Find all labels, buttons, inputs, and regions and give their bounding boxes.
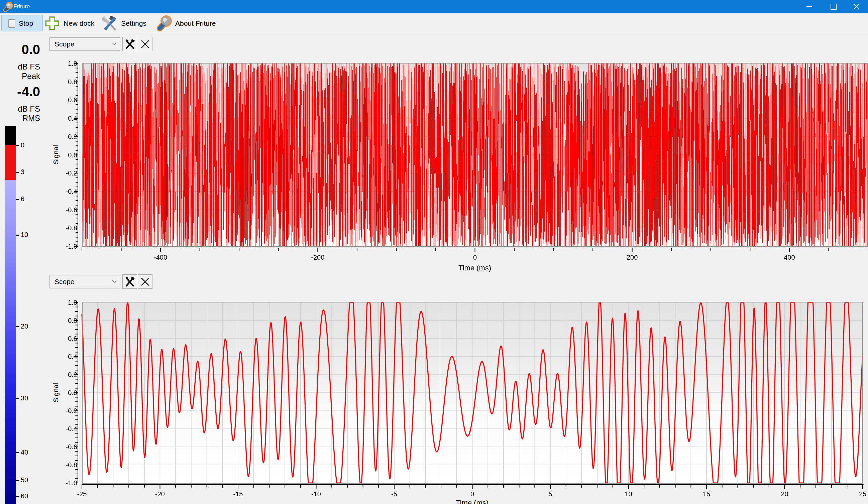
minimize-button[interactable]	[797, 0, 821, 13]
settings-button-label: Settings	[121, 19, 146, 28]
y-tick-label: 1.0	[43, 298, 77, 307]
x-tick-label: -20	[147, 489, 174, 498]
x-tick-label: 10	[615, 489, 642, 498]
x-tick-label: -5	[381, 489, 407, 498]
new-dock-button[interactable]: New dock	[44, 15, 97, 32]
y-tick-label: 0.2	[43, 370, 77, 379]
level-meter-bar	[5, 126, 16, 504]
about-button-label: About Friture	[175, 19, 216, 28]
stop-button-label: Stop	[19, 19, 33, 28]
stop-button[interactable]: Stop	[1, 15, 43, 31]
y-tick-label: -0.4	[43, 187, 77, 196]
scope-plot-2-canvas[interactable]	[67, 299, 868, 493]
y-tick-label: -0.8	[43, 223, 77, 233]
x-tick-label: 0	[459, 489, 486, 498]
peak-level-unit: dB FS	[0, 62, 40, 71]
meter-scale-tick	[16, 326, 19, 327]
meter-scale-tick	[16, 452, 19, 453]
x-tick-label: 0	[462, 253, 488, 262]
minimize-icon	[806, 6, 812, 7]
x-tick-label: 20	[771, 489, 798, 498]
x-tick-label: 200	[619, 253, 645, 262]
friture-window: Friture Stop New d	[0, 0, 868, 504]
peak-level-kind: Peak	[0, 72, 40, 81]
meter-scale-tick	[16, 496, 19, 497]
plus-icon	[44, 15, 60, 31]
x-tick-label: 15	[693, 489, 720, 498]
x-tick-label: -25	[69, 489, 95, 498]
level-meter-scale: 036102030405060	[16, 126, 43, 504]
y-tick-label: 1.0	[43, 59, 77, 68]
toolbar-separator	[0, 33, 868, 34]
meter-scale-label: 0	[21, 142, 24, 148]
meter-scale-tick	[16, 199, 19, 200]
meter-scale-label: 30	[21, 395, 28, 401]
dock2-widget-selector[interactable]: Scope	[50, 275, 120, 288]
plot2-x-axis-title: Time (ms)	[445, 498, 499, 504]
y-tick-label: 0.2	[43, 132, 77, 141]
meter-scale-tick	[16, 398, 19, 399]
microphone-icon	[156, 15, 172, 31]
x-tick-label: -400	[147, 253, 174, 262]
level-meter-hot-segment	[5, 145, 16, 180]
meter-scale-label: 40	[21, 449, 28, 455]
x-tick-label: -200	[304, 253, 331, 262]
dock1-widget-selector[interactable]: Scope	[50, 38, 120, 51]
close-window-button[interactable]	[845, 0, 868, 13]
settings-button[interactable]: Settings	[102, 15, 151, 32]
y-tick-label: -0.2	[43, 406, 77, 416]
y-tick-label: -1.0	[43, 478, 77, 487]
x-tick-label: 400	[776, 253, 803, 262]
y-tick-label: 0.6	[43, 334, 77, 343]
peak-level-value: 0.0	[0, 42, 40, 57]
y-tick-label: 0.4	[43, 352, 77, 361]
new-dock-button-label: New dock	[63, 19, 94, 28]
rms-level-kind: RMS	[0, 114, 40, 123]
dock1-settings-button[interactable]	[122, 37, 137, 51]
x-tick-label: 25	[849, 489, 868, 498]
scope-plot-1-canvas[interactable]	[67, 60, 868, 254]
chevron-down-icon	[112, 280, 117, 283]
y-tick-label: -0.2	[43, 168, 77, 178]
rms-level-value: -4.0	[0, 84, 40, 99]
plot1-x-axis-title: Time (ms)	[448, 264, 502, 272]
meter-scale-label: 10	[21, 231, 28, 238]
y-tick-label: 0.4	[43, 114, 77, 123]
y-tick-label: -0.6	[43, 442, 77, 452]
x-tick-label: 5	[537, 489, 564, 498]
x-tick-label: -10	[303, 489, 330, 498]
dock2-close-button[interactable]	[138, 274, 153, 289]
meter-scale-tick	[16, 480, 19, 481]
about-button[interactable]: About Friture	[156, 15, 222, 32]
window-title: Friture	[13, 0, 30, 13]
y-tick-label: 0.6	[43, 95, 77, 105]
maximize-button[interactable]	[822, 0, 845, 13]
tools-icon	[125, 277, 135, 287]
meter-scale-tick	[16, 145, 19, 146]
level-meter-cold-segment	[5, 180, 16, 504]
meter-scale-label: 50	[21, 476, 28, 483]
dock1-widget-selector-value: Scope	[54, 40, 74, 48]
y-tick-label: 0.8	[43, 316, 77, 325]
x-tick-label: -15	[225, 489, 251, 498]
y-tick-label: 0.0	[43, 150, 77, 160]
y-tick-label: -0.6	[43, 205, 77, 214]
meter-scale-label: 60	[21, 493, 28, 499]
close-icon	[141, 277, 149, 286]
dock2-widget-selector-value: Scope	[54, 278, 74, 285]
app-microphone-icon	[3, 2, 13, 12]
rms-level-unit: dB FS	[0, 104, 40, 113]
y-tick-label: -1.0	[43, 242, 77, 251]
close-icon	[141, 40, 149, 49]
stop-icon	[8, 19, 16, 28]
y-tick-label: -0.8	[43, 460, 77, 470]
y-tick-label: 0.8	[43, 77, 77, 86]
titlebar: Friture	[0, 0, 868, 13]
meter-scale-tick	[16, 172, 19, 173]
level-meter-over-segment	[5, 126, 16, 145]
tools-color-icon	[102, 15, 118, 31]
dock2-settings-button[interactable]	[122, 274, 137, 289]
tools-icon	[125, 39, 135, 49]
dock1-close-button[interactable]	[138, 37, 153, 51]
y-tick-label: 0.0	[43, 388, 77, 397]
